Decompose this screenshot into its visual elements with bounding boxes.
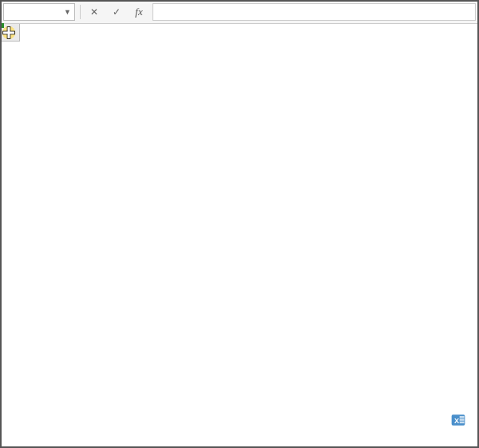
excel-icon: X xyxy=(450,412,466,428)
select-all-corner[interactable] xyxy=(0,24,20,42)
frame-border xyxy=(0,0,479,448)
svg-rect-8 xyxy=(460,418,465,421)
confirm-icon[interactable]: ✓ xyxy=(108,3,125,21)
cancel-icon[interactable]: ✕ xyxy=(85,3,103,21)
separator xyxy=(80,5,81,19)
svg-rect-7 xyxy=(460,416,465,418)
svg-text:X: X xyxy=(454,417,460,425)
svg-rect-9 xyxy=(460,422,465,424)
formula-input[interactable] xyxy=(152,3,476,21)
dropdown-arrow-icon[interactable]: ▼ xyxy=(61,8,71,16)
watermark: X xyxy=(450,412,469,428)
fx-icon[interactable]: fx xyxy=(130,3,148,21)
formula-bar: ▼ ✕ ✓ fx xyxy=(0,0,479,24)
name-box[interactable]: ▼ xyxy=(3,3,75,21)
